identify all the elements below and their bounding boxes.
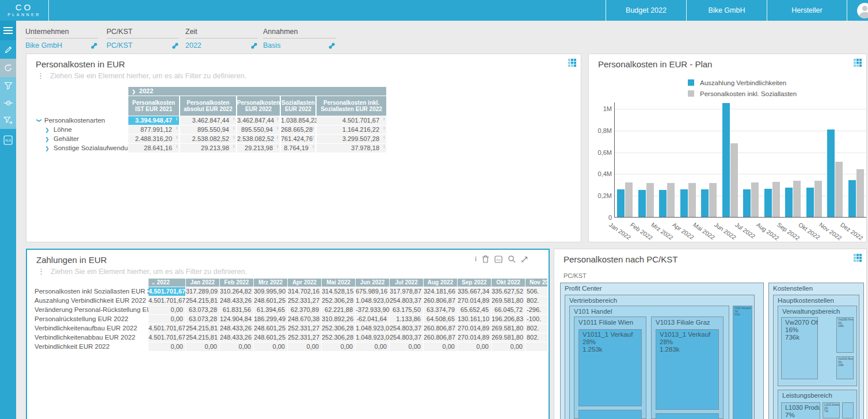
value-cell[interactable]: 317.289,09 (186, 287, 219, 296)
value-cell[interactable]: 260.806,87 (424, 296, 457, 305)
widget-grid-icon[interactable] (854, 59, 862, 67)
value-cell[interactable]: 317.978,87 (390, 287, 423, 296)
value-cell[interactable]: 895.550,94i (237, 125, 280, 134)
tab-bike-gmbh[interactable]: Bike GmbH (686, 0, 767, 21)
info-icon[interactable]: i (475, 255, 477, 263)
column-header[interactable]: Soziallasten EUR 2022 (281, 96, 315, 116)
value-cell[interactable]: 270.014,89 (458, 296, 491, 305)
value-cell[interactable]: 2.538.082,52i (180, 135, 236, 143)
delete-icon[interactable] (482, 255, 489, 263)
drag-handle-icon[interactable]: ⋮ (37, 73, 44, 79)
value-cell[interactable]: 802. (526, 333, 547, 342)
value-cell[interactable]: -296. (526, 306, 547, 314)
value-cell[interactable]: 66.045,72 (492, 306, 525, 314)
value-cell[interactable]: 269.581,80 (492, 333, 525, 342)
treemap-leaf-l1030-produktion[interactable]: L1030 Produktion 7% 299k (781, 402, 820, 419)
column-header[interactable]: Personalkosten EUR 2022 (237, 96, 280, 116)
value-cell[interactable]: 63.073,28 (186, 306, 219, 314)
value-cell[interactable]: 254.803,37 (390, 333, 423, 342)
value-cell[interactable]: 28.641,16i (128, 144, 179, 153)
tab-budget-2022[interactable]: Budget 2022 (606, 0, 686, 21)
value-cell[interactable]: 0,00 (186, 342, 219, 351)
value-cell[interactable]: 64.508,65 (424, 315, 457, 323)
value-cell[interactable]: 248.601,25 (254, 296, 287, 305)
year-value-cell[interactable]: 4.501.701,67 (149, 333, 185, 342)
treemap-leaf-vw2070-office[interactable]: Vw2070 Office 16% 736k (781, 317, 818, 379)
value-cell[interactable]: 1.164.216,22i (317, 125, 386, 134)
value-cell[interactable]: 270.014,89 (458, 324, 491, 333)
treemap-leaf-l1010-einkauf[interactable]: L1010 Einkauf 2% 71k (823, 402, 840, 418)
edit-pencil-icon[interactable] (0, 40, 16, 59)
value-cell[interactable]: 802. (526, 296, 547, 305)
value-cell[interactable]: 310.892,26 (322, 315, 355, 323)
month-header[interactable]: Aug 2022 (424, 279, 457, 287)
year-value-cell[interactable]: 0,00 (149, 342, 185, 351)
value-cell[interactable]: 761.424,76i (281, 135, 315, 143)
treemap-leaf-vw2080-personal[interactable]: Vw2080 Personal 4% 180k (836, 317, 854, 353)
value-cell[interactable]: 252.331,27 (288, 296, 321, 305)
export-xls-icon[interactable]: XLS (494, 256, 502, 263)
value-cell[interactable]: 61.394,65 (254, 306, 287, 314)
column-header[interactable]: Personalkosten IST EUR 2021 (128, 96, 179, 116)
value-cell[interactable]: 8.764,19i (281, 144, 315, 153)
value-cell[interactable]: 270.014,89 (458, 333, 491, 342)
year-group-header[interactable]: ⌄ 2022 (149, 279, 185, 287)
month-header[interactable]: Jul 2022 (390, 279, 423, 287)
legend-item-personalkosten[interactable]: Personalkosten inkl. Soziallasten (688, 88, 797, 99)
value-cell[interactable]: 506. (526, 287, 547, 296)
value-cell[interactable]: -62.041,64 (356, 315, 389, 323)
link-icon[interactable] (250, 42, 258, 49)
chevron-down-icon[interactable]: ❯ (35, 119, 43, 124)
year-group-header[interactable]: ❯ 2022 (128, 87, 386, 96)
filter-apply-icon[interactable] (0, 112, 16, 129)
value-cell[interactable]: 314.702,16 (288, 287, 321, 296)
treemap-leaf-v1011-1-verkauf[interactable]: V1011_1 Verkauf 28% 1.253k (578, 329, 642, 406)
value-cell[interactable]: 4.501.701,67i (317, 116, 386, 125)
value-cell[interactable]: 0,00 (322, 342, 355, 351)
value-cell[interactable]: 252.306,28 (322, 333, 355, 342)
value-cell[interactable]: 62.221,88 (322, 306, 355, 314)
value-cell[interactable]: 0,00 (492, 342, 525, 351)
value-cell[interactable]: 1.133,86 (390, 315, 423, 323)
chevron-right-icon[interactable]: ❯ (45, 135, 51, 144)
value-cell[interactable]: 310.264,82 (220, 287, 253, 296)
value-cell[interactable]: 65.652,45 (458, 306, 491, 314)
drag-handle-icon[interactable]: ⋮ (37, 269, 45, 275)
value-cell[interactable]: 268.665,28i (281, 125, 315, 134)
year-value-cell[interactable]: 0,00 (149, 306, 185, 314)
value-cell[interactable]: 1.038.854,23i (281, 116, 315, 125)
treemap-leaf-v1013-1-verkauf[interactable]: V1013_1 Verkauf 28% 1.283k (656, 329, 719, 410)
value-cell[interactable]: 877.991,12i (128, 125, 179, 134)
year-value-cell[interactable]: 0,00 (149, 315, 185, 323)
value-cell[interactable]: 130.161,10 (458, 315, 491, 323)
axis-selector-icon[interactable] (0, 94, 16, 112)
chevron-right-icon[interactable]: ❯ (45, 144, 51, 153)
value-cell[interactable]: 3.462.847,44i (180, 116, 236, 125)
value-cell[interactable]: 252.306,28 (322, 296, 355, 305)
filter-funnel-icon[interactable] (0, 77, 16, 94)
month-header[interactable]: Jun 2022 (356, 279, 389, 287)
month-header[interactable]: Sep 2022 (458, 279, 491, 287)
month-header[interactable]: Apr 2022 (288, 279, 321, 287)
search-icon[interactable] (508, 255, 516, 263)
value-cell[interactable]: 324.181,66 (424, 287, 457, 296)
value-cell[interactable]: 0,00 (424, 342, 457, 351)
value-cell[interactable]: 309.995,90 (254, 287, 287, 296)
value-cell[interactable]: 0,00 (220, 342, 253, 351)
value-cell[interactable]: 1.048.923,06 (356, 333, 389, 342)
value-cell[interactable]: 0,00 (390, 342, 423, 351)
value-cell[interactable]: 1.048.923,06 (356, 324, 389, 333)
link-icon[interactable] (328, 42, 336, 49)
value-cell[interactable]: 61.831,56 (220, 306, 253, 314)
column-header[interactable]: Personalkosten inkl. Soziallasten EUR 20… (317, 96, 386, 116)
filter-drop-zone[interactable]: ⋮ Ziehen Sie ein Element hierher, um es … (37, 72, 246, 80)
value-cell[interactable]: 260.806,87 (424, 333, 457, 342)
value-cell[interactable]: -372.933,90 (356, 306, 389, 314)
legend-item-auszahlung[interactable]: Auszahlung Verbindlichkeiten (688, 77, 797, 88)
value-cell[interactable]: 675.989,16 (356, 287, 389, 296)
value-cell[interactable]: 248.433,26 (220, 324, 253, 333)
value-cell[interactable]: 196.206,83 (492, 315, 525, 323)
value-cell[interactable]: 63.175,50 (390, 306, 423, 314)
menu-icon[interactable] (0, 21, 16, 40)
year-value-cell[interactable]: 4.501.701,67 (149, 287, 185, 296)
